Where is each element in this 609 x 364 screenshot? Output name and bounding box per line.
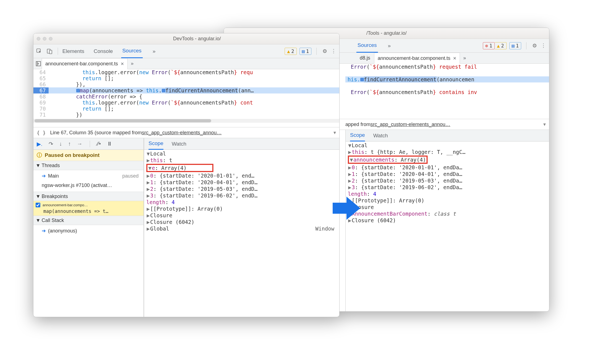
breakpoint-item[interactable]: announcement-bar.compo… map(announcement…	[33, 201, 144, 216]
inspect-icon[interactable]	[36, 48, 42, 54]
dropdown-icon[interactable]: ▾	[543, 121, 546, 127]
scope-tabs: Scope Watch	[346, 130, 549, 141]
file-tab-label: announcement-bar.component.ts	[45, 61, 118, 67]
thread-worker[interactable]: ngsw-worker.js #7100 (activat…	[36, 181, 141, 190]
window-title: DevTools - angular.io/	[58, 36, 336, 42]
source-map-link[interactable]: src_app_custom-elements_annou…	[370, 122, 450, 127]
scope-tab-scope[interactable]: Scope	[149, 138, 163, 150]
debugger-sidebar: ▶. ↷ ↓ ↑ → ⁄⁄• ⏸ ⓘ Paused on breakpoint …	[33, 138, 144, 317]
main-toolbar: Elements Console Sources » ▲2 ▤1 ⚙ ⋮	[33, 44, 339, 58]
kebab-icon[interactable]: ⋮	[540, 43, 546, 49]
navigator-icon[interactable]	[36, 61, 41, 66]
scope-tab-watch[interactable]: Watch	[172, 138, 186, 150]
scope-tree[interactable]: ▼Local ▶this: t ▼e: Array(4) ▶0: {startD…	[144, 150, 339, 317]
traffic-lights	[37, 37, 52, 41]
gear-icon[interactable]: ⚙	[322, 48, 328, 54]
file-tab-label: announcement-bar.component.ts	[378, 55, 450, 61]
traffic-close-icon[interactable]	[37, 37, 40, 41]
scope-panel: Scope Watch ▼Local ▶this: t ▼e: Array(4)…	[144, 138, 339, 317]
file-tab-active[interactable]: announcement-bar.component.ts ×	[42, 58, 128, 69]
dropdown-icon[interactable]: ▾	[333, 130, 336, 136]
file-tabs: announcement-bar.component.ts × »	[33, 58, 339, 69]
pause-exc-icon[interactable]: ⏸	[107, 141, 112, 147]
thread-main[interactable]: ➔Main paused	[36, 171, 141, 181]
kebab-icon[interactable]: ⋮	[330, 48, 337, 54]
status-line: { } Line 67, Column 35 (source mapped fr…	[33, 127, 339, 138]
step-into-icon[interactable]: ↓	[59, 141, 62, 147]
source-map-link[interactable]: src_app_custom-elements_annou…	[142, 130, 222, 136]
close-icon[interactable]: ×	[453, 55, 456, 61]
devtools-window-left: DevTools - angular.io/ Elements Console …	[33, 33, 340, 317]
callstack-section[interactable]: ▼Call Stack	[33, 216, 144, 225]
deactivate-bp-icon[interactable]: ⁄⁄•	[97, 141, 101, 147]
traffic-min-icon[interactable]	[43, 37, 46, 41]
svg-rect-2	[49, 50, 52, 54]
scope-panel: Scope Watch ▼Local ▶this: t {http: Ae, l…	[345, 130, 549, 311]
step-out-icon[interactable]: ↑	[68, 141, 71, 147]
messages-badge[interactable]: ▤1	[509, 42, 521, 49]
more-files-chevron-icon[interactable]: »	[463, 55, 466, 61]
scope-tab-scope[interactable]: Scope	[350, 130, 365, 141]
horizontal-scrollbar[interactable]	[33, 119, 339, 123]
tab-console[interactable]: Console	[92, 44, 114, 58]
scope-tree[interactable]: ▼Local ▶this: t {http: Ae, logger: T, __…	[346, 141, 549, 311]
more-tabs-chevron-icon[interactable]: »	[153, 48, 156, 54]
gear-icon[interactable]: ⚙	[531, 43, 537, 49]
step-over-icon[interactable]: ↷	[49, 141, 53, 147]
highlighted-variable: ▼announcements: Array(4)	[348, 156, 428, 164]
titlebar: DevTools - angular.io/	[33, 33, 339, 44]
more-files-chevron-icon[interactable]: »	[131, 61, 134, 66]
scope-tab-watch[interactable]: Watch	[373, 130, 388, 141]
callstack-frame[interactable]: ➔(anonymous)	[36, 226, 141, 235]
file-tab-d8[interactable]: d8.js	[356, 53, 374, 64]
error-badge[interactable]: ⊗1	[483, 42, 495, 49]
step-icon[interactable]: →	[77, 141, 83, 147]
code-editor[interactable]: 64 this.logger.error(new Error(`${announ…	[33, 69, 339, 127]
threads-section[interactable]: ▼Threads	[33, 161, 144, 170]
tab-sources[interactable]: Sources	[121, 44, 143, 58]
tab-sources[interactable]: Sources	[356, 39, 378, 53]
tab-elements[interactable]: Elements	[61, 44, 85, 58]
traffic-max-icon[interactable]	[49, 37, 52, 41]
warning-badge[interactable]: ▲2	[285, 48, 297, 55]
messages-badge[interactable]: ▤1	[300, 48, 312, 55]
close-icon[interactable]: ×	[121, 61, 124, 67]
resume-icon[interactable]: ▶.	[37, 141, 43, 147]
breakpoint-checkbox[interactable]	[36, 203, 40, 207]
paused-banner: ⓘ Paused on breakpoint	[33, 150, 144, 161]
device-icon[interactable]	[47, 48, 53, 54]
comparison-arrow-icon	[331, 196, 362, 221]
debug-controls: ▶. ↷ ↓ ↑ → ⁄⁄• ⏸	[33, 138, 144, 150]
scope-tabs: Scope Watch	[144, 138, 339, 150]
warning-badge[interactable]: ▲2	[495, 42, 507, 49]
more-tabs-chevron-icon[interactable]: »	[388, 43, 391, 49]
file-tab-active[interactable]: announcement-bar.component.ts ×	[374, 53, 460, 64]
breakpoints-section[interactable]: ▼Breakpoints	[33, 192, 144, 201]
highlighted-variable: ▼e: Array(4)	[146, 164, 213, 172]
pretty-print-icon[interactable]: { }	[37, 130, 46, 136]
